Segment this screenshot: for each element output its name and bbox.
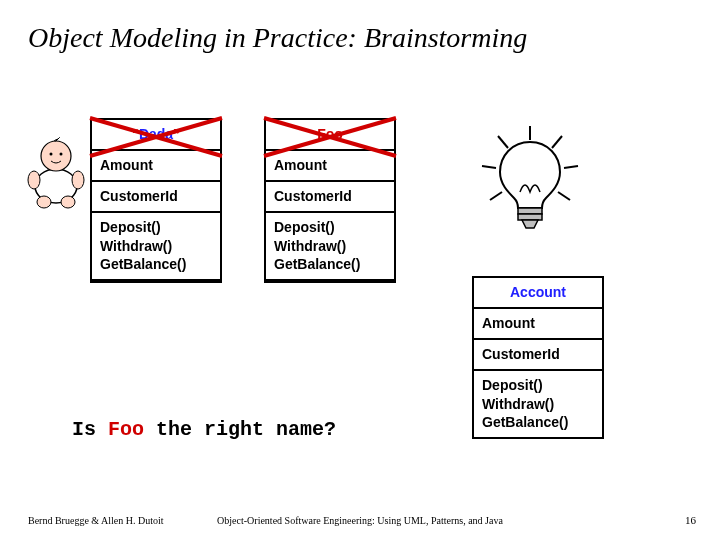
- classbox-dada-attr1: Amount: [92, 151, 220, 182]
- classbox-account-attr2: CustomerId: [474, 340, 602, 371]
- svg-line-17: [490, 192, 502, 200]
- quote-close: ”: [173, 126, 180, 142]
- svg-point-1: [28, 171, 40, 189]
- svg-point-3: [37, 196, 51, 208]
- classbox-dada-ops: Deposit() Withdraw() GetBalance(): [92, 213, 220, 282]
- classbox-account: Account Amount CustomerId Deposit() With…: [472, 276, 604, 439]
- svg-line-13: [498, 136, 508, 148]
- footer-page-number: 16: [685, 514, 696, 526]
- svg-line-15: [482, 166, 496, 168]
- slide: Object Modeling in Practice: Brainstormi…: [0, 0, 720, 540]
- svg-point-5: [41, 141, 71, 171]
- svg-point-2: [72, 171, 84, 189]
- svg-point-6: [50, 153, 53, 156]
- svg-point-7: [60, 153, 63, 156]
- question-foo: Foo: [108, 418, 144, 441]
- classbox-account-attr1: Amount: [474, 309, 602, 340]
- svg-line-14: [552, 136, 562, 148]
- lightbulb-icon: [470, 122, 590, 232]
- baby-icon: [22, 134, 92, 212]
- svg-line-18: [558, 192, 570, 200]
- classbox-foo-name: Foo: [266, 120, 394, 151]
- svg-point-4: [61, 196, 75, 208]
- classbox-foo: Foo Amount CustomerId Deposit() Withdraw…: [264, 118, 396, 283]
- question-text: Is Foo the right name?: [72, 418, 336, 441]
- classbox-dada-attr2: CustomerId: [92, 182, 220, 213]
- classbox-dada: “Dada” Amount CustomerId Deposit() Withd…: [90, 118, 222, 283]
- quote-open: “: [132, 126, 139, 142]
- question-post: the right name?: [144, 418, 336, 441]
- svg-rect-20: [518, 214, 542, 220]
- classbox-dada-name: “Dada”: [92, 120, 220, 151]
- footer-book-title: Object-Oriented Software Engineering: Us…: [0, 515, 720, 526]
- classbox-foo-ops: Deposit() Withdraw() GetBalance(): [266, 213, 394, 282]
- svg-line-16: [564, 166, 578, 168]
- name-dada-text: Dada: [139, 126, 173, 142]
- question-pre: Is: [72, 418, 108, 441]
- classbox-account-ops: Deposit() Withdraw() GetBalance(): [474, 371, 602, 438]
- classbox-account-name: Account: [474, 278, 602, 309]
- classbox-foo-attr2: CustomerId: [266, 182, 394, 213]
- slide-title: Object Modeling in Practice: Brainstormi…: [28, 22, 527, 54]
- classbox-foo-attr1: Amount: [266, 151, 394, 182]
- svg-rect-19: [518, 208, 542, 214]
